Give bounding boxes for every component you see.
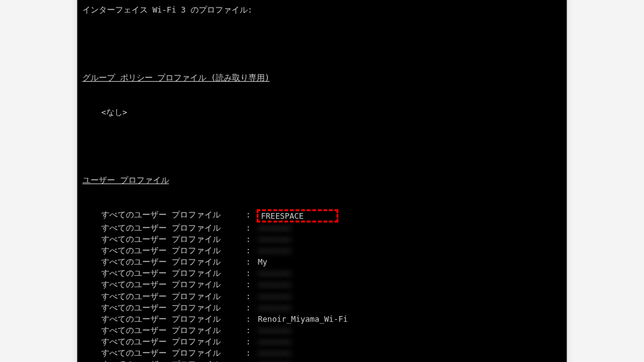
profile-separator: : [246, 348, 255, 359]
profile-row: すべてのユーザー プロファイル: xxxxxxx [82, 359, 562, 362]
profile-value: xxxxxxx [258, 325, 291, 336]
profile-value: xxxxxxx [258, 348, 291, 359]
none-label: <なし> [82, 107, 562, 118]
profile-value: xxxxxxx [258, 291, 291, 302]
profile-label: すべてのユーザー プロファイル [82, 268, 246, 279]
profile-separator: : [246, 336, 255, 348]
profile-label: すべてのユーザー プロファイル [82, 245, 246, 256]
profile-separator: : [246, 222, 255, 234]
command-prompt-window: 選択管理者: コマンド プロンプト C:\WINDOWS\system32>ne… [77, 0, 567, 362]
profile-value-highlighted: FREESPACE [257, 209, 338, 222]
profile-separator: : [246, 291, 255, 302]
profile-separator: : [246, 209, 255, 222]
profile-separator: : [246, 314, 255, 325]
profile-value: xxxxxxx [258, 336, 291, 348]
profile-row: すべてのユーザー プロファイル: xxxxxxx [82, 268, 562, 279]
group-policy-header: グループ ポリシー プロファイル (読み取り専用) [82, 72, 562, 84]
profile-separator: : [246, 302, 255, 314]
interface-header: インターフェイス Wi-Fi 3 のプロファイル: [82, 4, 562, 16]
profile-value: My [258, 256, 267, 268]
profiles-list: すべてのユーザー プロファイル: FREESPACEすべてのユーザー プロファイ… [82, 209, 562, 362]
profile-label: すべてのユーザー プロファイル [82, 325, 246, 336]
profile-row: すべてのユーザー プロファイル: Renoir_Miyama_Wi-Fi [82, 314, 562, 325]
profile-row: すべてのユーザー プロファイル: xxxxxxx [82, 325, 562, 336]
profile-value: xxxxxxx [258, 302, 291, 314]
profile-label: すべてのユーザー プロファイル [82, 234, 246, 245]
profile-value: Renoir_Miyama_Wi-Fi [258, 314, 348, 325]
profile-value: xxxxxxx [258, 245, 291, 256]
profile-label: すべてのユーザー プロファイル [82, 336, 246, 348]
profile-separator: : [246, 256, 255, 268]
profile-row: すべてのユーザー プロファイル: xxxxxxx [82, 348, 562, 359]
profile-row: すべてのユーザー プロファイル: My [82, 256, 562, 268]
profile-row: すべてのユーザー プロファイル: xxxxxxx [82, 302, 562, 314]
profile-separator: : [246, 234, 255, 245]
profile-value: xxxxxxx [258, 279, 291, 290]
profile-value: xxxxxxx [258, 268, 291, 279]
profile-separator: : [246, 279, 255, 290]
profile-separator: : [246, 245, 255, 256]
profile-row: すべてのユーザー プロファイル: xxxxxxx [82, 291, 562, 302]
profile-row: すべてのユーザー プロファイル: xxxxxxx [82, 279, 562, 290]
profile-row: すべてのユーザー プロファイル: FREESPACE [82, 209, 562, 222]
profile-label: すべてのユーザー プロファイル [82, 209, 246, 222]
profile-label: すべてのユーザー プロファイル [82, 256, 246, 268]
user-profiles-header: ユーザー プロファイル [82, 175, 562, 186]
profile-value: xxxxxxx [258, 359, 291, 362]
profile-separator: : [246, 325, 255, 336]
profile-label: すべてのユーザー プロファイル [82, 348, 246, 359]
profile-label: すべてのユーザー プロファイル [82, 314, 246, 325]
profile-label: すべてのユーザー プロファイル [82, 359, 246, 362]
profile-separator: : [246, 359, 255, 362]
terminal-output[interactable]: C:\WINDOWS\system32>netsh wlan show prof… [77, 0, 567, 362]
profile-row: すべてのユーザー プロファイル: xxxxxxx [82, 234, 562, 245]
profile-label: すべてのユーザー プロファイル [82, 222, 246, 234]
profile-label: すべてのユーザー プロファイル [82, 302, 246, 314]
profile-value: xxxxxxx [258, 222, 291, 234]
profile-value: xxxxxxx [258, 234, 291, 245]
profile-label: すべてのユーザー プロファイル [82, 279, 246, 290]
profile-row: すべてのユーザー プロファイル: xxxxxxx [82, 222, 562, 234]
profile-label: すべてのユーザー プロファイル [82, 291, 246, 302]
profile-row: すべてのユーザー プロファイル: xxxxxxx [82, 245, 562, 256]
profile-separator: : [246, 268, 255, 279]
profile-row: すべてのユーザー プロファイル: xxxxxxx [82, 336, 562, 348]
